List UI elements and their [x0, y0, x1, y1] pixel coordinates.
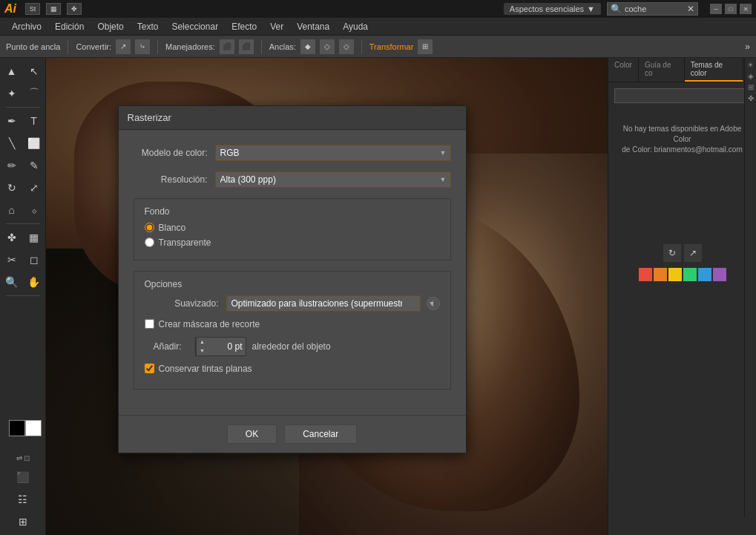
tool-select[interactable]: ▲ [1, 61, 22, 82]
preserve-checkbox[interactable] [145, 364, 154, 373]
smooth-row: Suavizado: Ninguno Optimizado para texto… [145, 295, 440, 312]
window-controls: ─ □ ✕ [710, 4, 752, 14]
toolbar-separator-4 [361, 39, 362, 54]
menu-seleccionar[interactable]: Seleccionar [165, 20, 224, 33]
workspace-label-text: Aspectos esenciales [510, 4, 584, 13]
right-tab-themes[interactable]: Temas de color [685, 58, 743, 82]
search-icon: 🔍 [611, 4, 622, 14]
mini-icon-1[interactable]: ☀ [747, 61, 754, 69]
mini-icon-4[interactable]: ✤ [748, 94, 754, 102]
dialog-footer: OK Cancelar [119, 415, 466, 453]
workspace-selector[interactable]: Aspectos esenciales ▼ [504, 3, 601, 15]
minimize-button[interactable]: ─ [710, 4, 722, 14]
create-mask-row: Crear máscara de recorte [145, 319, 440, 329]
tool-extra-1[interactable]: ⬛ [13, 467, 33, 488]
tool-row-6: ↻ ⤢ [1, 177, 45, 198]
panel-search-input[interactable] [614, 88, 750, 103]
tool-direct-select[interactable]: ↖ [24, 61, 45, 82]
swatch-yellow[interactable] [668, 268, 682, 281]
right-tab-guide[interactable]: Guía de co [639, 58, 685, 82]
tool-pencil[interactable]: ✎ [24, 155, 45, 176]
tool-shape[interactable]: ⬜ [24, 133, 45, 154]
smooth-info-button[interactable]: i [427, 297, 440, 310]
search-bar[interactable]: 🔍 ✕ [607, 2, 698, 16]
swatch-purple[interactable] [713, 268, 726, 281]
ok-button[interactable]: OK [227, 424, 277, 444]
tool-pen[interactable]: ✒ [1, 111, 22, 131]
menu-efecto[interactable]: Efecto [226, 20, 263, 33]
close-button[interactable]: ✕ [740, 4, 752, 14]
tool-zoom[interactable]: 🔍 [1, 272, 22, 292]
menu-ventana[interactable]: Ventana [291, 20, 335, 33]
background-color[interactable] [25, 420, 42, 436]
smooth-select[interactable]: Ninguno Optimizado para texto Optimizado… [226, 295, 421, 312]
spinner-down[interactable]: ▼ [197, 347, 208, 355]
restore-button[interactable]: □ [725, 4, 737, 14]
swap-colors-icon[interactable]: ⇄ [16, 454, 22, 462]
swatch-blue[interactable] [698, 268, 711, 281]
tool-divider-3 [6, 295, 40, 296]
tool-free-transform[interactable]: ⬦ [24, 200, 45, 220]
bg-transparent-radio[interactable] [145, 237, 154, 247]
menu-ver[interactable]: Ver [264, 20, 289, 33]
tool-scale[interactable]: ⤢ [24, 177, 45, 198]
bg-white-radio[interactable] [145, 223, 154, 232]
right-share-icon[interactable]: ↗ [684, 244, 702, 262]
swatch-red[interactable] [639, 268, 652, 281]
right-tab-color[interactable]: Color [608, 58, 639, 82]
tool-text[interactable]: T [24, 111, 45, 131]
foreground-color[interactable] [9, 420, 25, 436]
right-refresh-icon[interactable]: ↻ [663, 244, 681, 262]
right-mini-panel: ☀ ◈ ⊞ ✤ [744, 58, 756, 517]
tool-warp[interactable]: ⌂ [1, 200, 22, 220]
tool-extra-3[interactable]: ⊞ [13, 511, 33, 532]
app-icon-2: ▦ [46, 3, 61, 15]
tool-eraser[interactable]: ◻ [24, 249, 45, 270]
workspace-chevron: ▼ [587, 4, 595, 13]
toolbar-separator-3 [261, 39, 262, 54]
tool-row-4: ╲ ⬜ [1, 133, 45, 154]
toolbar-anclas-icon3[interactable]: ◇ [339, 39, 354, 54]
spinner-up[interactable]: ▲ [197, 338, 208, 347]
mini-icon-3[interactable]: ⊞ [748, 83, 754, 91]
tool-magic-wand[interactable]: ✦ [1, 83, 22, 104]
search-clear-icon[interactable]: ✕ [687, 4, 694, 14]
create-mask-checkbox[interactable] [145, 319, 154, 329]
cancel-button[interactable]: Cancelar [284, 424, 357, 444]
tool-lasso[interactable]: ⌒ [24, 83, 45, 104]
menu-objeto[interactable]: Objeto [91, 20, 129, 33]
toolbar-convertir-icon[interactable]: ↗ [116, 39, 131, 54]
add-spinner-input[interactable] [208, 339, 246, 354]
menu-edicion[interactable]: Edición [49, 20, 90, 33]
toolbar-convertir-icon2[interactable]: ⤷ [135, 39, 150, 54]
tool-line[interactable]: ╲ [1, 133, 22, 154]
toolbar-transformar-label[interactable]: Transformar [369, 42, 414, 51]
color-model-label: Modelo de color: [134, 148, 215, 158]
tool-column-graph[interactable]: ▦ [24, 227, 45, 248]
tool-extra-2[interactable]: ☷ [13, 489, 33, 510]
resolution-select[interactable]: Pantalla (72 ppp) Media (150 ppp) Alta (… [215, 171, 451, 188]
color-model-select[interactable]: RGB CMYK Escala de grises [215, 145, 451, 161]
tool-hand[interactable]: ✋ [24, 272, 45, 292]
tool-rotate[interactable]: ↻ [1, 177, 22, 198]
tool-paintbrush[interactable]: ✏ [1, 155, 22, 176]
swatch-orange[interactable] [654, 268, 667, 281]
mini-icon-2[interactable]: ◈ [748, 72, 754, 80]
menu-ayuda[interactable]: Ayuda [337, 20, 374, 33]
toolbar-manejadores-icon1[interactable]: ⬛ [220, 39, 234, 54]
reset-colors-icon[interactable]: ⊡ [24, 454, 30, 462]
tool-symbol[interactable]: ✤ [1, 227, 22, 248]
tool-slice[interactable]: ✂ [1, 249, 22, 270]
toolbar: Punto de ancla Convertir: ↗ ⤷ Manejadore… [0, 36, 756, 58]
search-input[interactable] [625, 4, 684, 13]
tool-row-3: ✒ T [1, 111, 45, 131]
toolbar-manejadores-icon2[interactable]: ⬛ [239, 39, 254, 54]
menu-texto[interactable]: Texto [131, 20, 165, 33]
toolbar-transformar-icon[interactable]: ⊞ [418, 39, 433, 54]
toolbar-anclas-icon2[interactable]: ◇ [320, 39, 335, 54]
tool-row-1: ▲ ↖ [1, 61, 45, 82]
toolbar-anclas-icon1[interactable]: ◆ [300, 39, 315, 54]
menu-archivo[interactable]: Archivo [6, 20, 47, 33]
toolbar-overflow[interactable]: » [745, 42, 750, 52]
swatch-green[interactable] [683, 268, 697, 281]
